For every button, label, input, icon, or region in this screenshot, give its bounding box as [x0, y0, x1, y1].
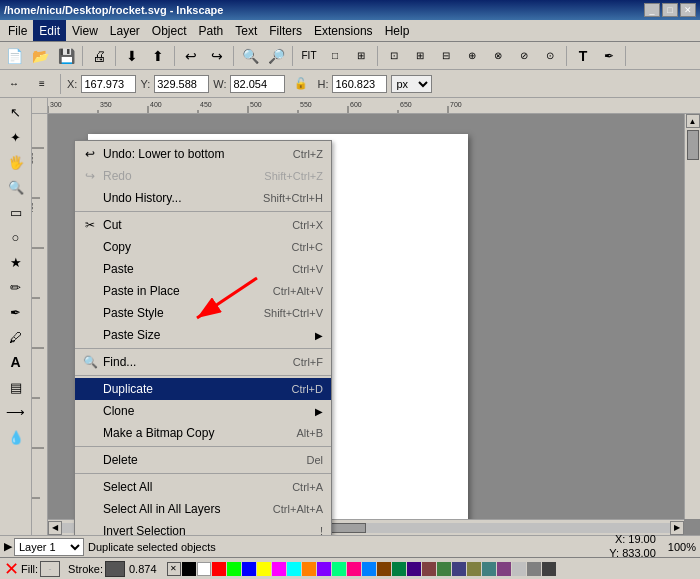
snap7-button[interactable]: ⊙ — [538, 45, 562, 67]
menu-item-find[interactable]: 🔍 Find... Ctrl+F — [75, 351, 331, 373]
zoom-fit-button[interactable]: FIT — [297, 45, 321, 67]
import-button[interactable]: ⬇ — [120, 45, 144, 67]
palette-plum[interactable] — [497, 562, 511, 576]
text-tool-button[interactable]: T — [571, 45, 595, 67]
menu-item-redo[interactable]: ↪ Redo Shift+Ctrl+Z — [75, 165, 331, 187]
scrollbar-right[interactable]: ▲ — [684, 114, 700, 519]
callig-tool[interactable]: 🖊 — [3, 325, 29, 349]
palette-orange[interactable] — [302, 562, 316, 576]
palette-teal[interactable] — [482, 562, 496, 576]
menu-help[interactable]: Help — [379, 20, 416, 41]
palette-pink[interactable] — [347, 562, 361, 576]
minimize-button[interactable]: _ — [644, 3, 660, 17]
palette-forest[interactable] — [392, 562, 406, 576]
palette-gray[interactable] — [527, 562, 541, 576]
save-button[interactable]: 💾 — [54, 45, 78, 67]
snap5-button[interactable]: ⊗ — [486, 45, 510, 67]
node-tool-button[interactable]: ✒ — [597, 45, 621, 67]
menu-item-undo-history[interactable]: Undo History... Shift+Ctrl+H — [75, 187, 331, 209]
lock-aspect-button[interactable]: 🔓 — [289, 73, 313, 95]
snap3-button[interactable]: ⊟ — [434, 45, 458, 67]
open-button[interactable]: 📂 — [28, 45, 52, 67]
no-color-swatch[interactable]: ✕ — [167, 562, 181, 576]
palette-olive2[interactable] — [437, 562, 451, 576]
menu-item-bitmap[interactable]: Make a Bitmap Copy Alt+B — [75, 422, 331, 444]
snap4-button[interactable]: ⊕ — [460, 45, 484, 67]
palette-mint[interactable] — [332, 562, 346, 576]
palette-cyan[interactable] — [287, 562, 301, 576]
new-button[interactable]: 📄 — [2, 45, 26, 67]
text-tool[interactable]: A — [3, 350, 29, 374]
menu-item-invert[interactable]: Invert Selection ! — [75, 520, 331, 535]
x-input[interactable] — [81, 75, 136, 93]
redo-button[interactable]: ↪ — [205, 45, 229, 67]
palette-purple[interactable] — [317, 562, 331, 576]
w-input[interactable] — [230, 75, 285, 93]
menu-item-select-all-layers[interactable]: Select All in All Layers Ctrl+Alt+A — [75, 498, 331, 520]
palette-yellow[interactable] — [257, 562, 271, 576]
gradient-tool[interactable]: ▤ — [3, 375, 29, 399]
palette-blue[interactable] — [242, 562, 256, 576]
transform-button[interactable]: ↔ — [2, 73, 26, 95]
connector-tool[interactable]: ⟶ — [3, 400, 29, 424]
print-button[interactable]: 🖨 — [87, 45, 111, 67]
select-tool[interactable]: ↖ — [3, 100, 29, 124]
pencil-tool[interactable]: ✏ — [3, 275, 29, 299]
palette-mauve[interactable] — [422, 562, 436, 576]
menu-item-paste-size[interactable]: Paste Size ▶ — [75, 324, 331, 346]
dropper-tool[interactable]: 💧 — [3, 425, 29, 449]
palette-slate[interactable] — [452, 562, 466, 576]
palette-magenta[interactable] — [272, 562, 286, 576]
menu-item-cut[interactable]: ✂ Cut Ctrl+X — [75, 214, 331, 236]
y-input[interactable] — [154, 75, 209, 93]
snap2-button[interactable]: ⊞ — [408, 45, 432, 67]
menu-item-undo[interactable]: ↩ Undo: Lower to bottom Ctrl+Z — [75, 143, 331, 165]
scroll-left-button[interactable]: ◀ — [48, 521, 62, 535]
close-button[interactable]: ✕ — [680, 3, 696, 17]
ellipse-tool[interactable]: ○ — [3, 225, 29, 249]
menu-item-clone[interactable]: Clone ▶ — [75, 400, 331, 422]
menu-item-paste-in-place[interactable]: Paste in Place Ctrl+Alt+V — [75, 280, 331, 302]
fill-swatch[interactable]: - — [40, 561, 60, 577]
menu-layer[interactable]: Layer — [104, 20, 146, 41]
menu-edit[interactable]: Edit — [33, 20, 66, 41]
palette-white[interactable] — [197, 562, 211, 576]
scroll-up-button[interactable]: ▲ — [686, 114, 700, 128]
bezier-tool[interactable]: ✒ — [3, 300, 29, 324]
palette-sky[interactable] — [362, 562, 376, 576]
zoom-in-button[interactable]: 🔍 — [238, 45, 262, 67]
zoom-select-button[interactable]: ⊞ — [349, 45, 373, 67]
node-tool[interactable]: ✦ — [3, 125, 29, 149]
align-button[interactable]: ≡ — [30, 73, 54, 95]
zoom-tool[interactable]: 🔍 — [3, 175, 29, 199]
h-input[interactable] — [332, 75, 387, 93]
scroll-thumb[interactable] — [687, 130, 699, 160]
tweak-tool[interactable]: 🖐 — [3, 150, 29, 174]
undo-button[interactable]: ↩ — [179, 45, 203, 67]
palette-silver[interactable] — [512, 562, 526, 576]
unit-select[interactable]: px mm cm — [391, 75, 432, 93]
menu-extensions[interactable]: Extensions — [308, 20, 379, 41]
layer-select[interactable]: Layer 1 — [14, 538, 84, 556]
palette-brown[interactable] — [377, 562, 391, 576]
menu-filters[interactable]: Filters — [263, 20, 308, 41]
menu-view[interactable]: View — [66, 20, 104, 41]
palette-green[interactable] — [227, 562, 241, 576]
scroll-right-button[interactable]: ▶ — [670, 521, 684, 535]
star-tool[interactable]: ★ — [3, 250, 29, 274]
zoom-page-button[interactable]: □ — [323, 45, 347, 67]
palette-olive[interactable] — [467, 562, 481, 576]
menu-item-paste-style[interactable]: Paste Style Shift+Ctrl+V — [75, 302, 331, 324]
maximize-button[interactable]: □ — [662, 3, 678, 17]
palette-black[interactable] — [182, 562, 196, 576]
menu-item-copy[interactable]: Copy Ctrl+C — [75, 236, 331, 258]
menu-item-paste[interactable]: Paste Ctrl+V — [75, 258, 331, 280]
stroke-swatch[interactable] — [105, 561, 125, 577]
palette-red[interactable] — [212, 562, 226, 576]
snap-button[interactable]: ⊡ — [382, 45, 406, 67]
export-button[interactable]: ⬆ — [146, 45, 170, 67]
menu-text[interactable]: Text — [229, 20, 263, 41]
menu-path[interactable]: Path — [193, 20, 230, 41]
snap6-button[interactable]: ⊘ — [512, 45, 536, 67]
menu-item-delete[interactable]: Delete Del — [75, 449, 331, 471]
